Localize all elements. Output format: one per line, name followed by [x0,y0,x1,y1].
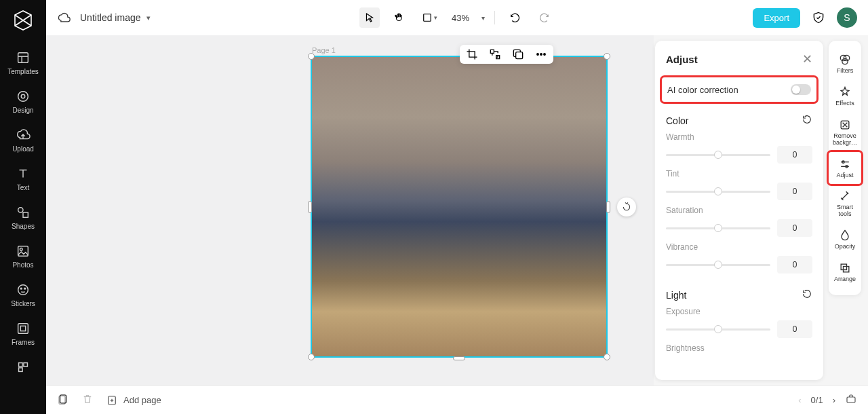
resize-handle-mb[interactable] [453,356,465,360]
bottom-right: ‹ 0/1 › [798,393,857,407]
svg-point-3 [18,92,28,102]
hand-tool-button[interactable] [389,7,410,28]
sidebar-item-upload[interactable]: Upload [0,121,46,159]
rotate-handle[interactable] [617,197,636,217]
pages-icon[interactable] [57,393,69,408]
svg-point-9 [18,285,28,295]
more-icon[interactable] [534,48,548,61]
canvas-size-button[interactable]: ▾ [419,7,439,28]
svg-rect-6 [23,212,28,217]
sidebar-item-label: Design [12,107,33,114]
page-label: Page 1 [312,46,336,54]
shield-icon[interactable] [808,7,829,28]
exposure-slider[interactable] [666,328,770,331]
zoom-level[interactable]: 43% [452,13,469,23]
warmth-value[interactable]: 0 [777,146,812,164]
sidebar-item-more[interactable] [0,353,46,381]
floating-image-toolbar [460,45,553,64]
replace-icon[interactable] [488,48,502,61]
saturation-slider-row: Saturation 0 [655,204,823,241]
saturation-slider[interactable] [666,227,770,229]
divider [494,11,495,24]
document-title[interactable]: Untitled image ▾ [80,12,151,23]
rail-item-arrange[interactable]: Arrange [829,256,861,288]
sidebar-item-design[interactable]: Design [0,82,46,121]
tint-slider-row: Tint 0 [655,168,823,204]
section-title: Color [666,115,688,126]
svg-rect-18 [516,52,523,59]
rail-item-opacity[interactable]: Opacity [829,223,861,256]
top-header: Untitled image ▾ ▾ 43% ▾ Export S [46,0,868,35]
rail-item-adjust[interactable]: Adjust [829,152,861,185]
sidebar-item-label: Upload [12,145,34,153]
sidebar-item-label: Photos [12,261,33,269]
crop-icon[interactable] [465,48,479,61]
sidebar-item-frames[interactable]: Frames [0,314,46,353]
add-page-button[interactable]: Add page [106,394,161,407]
ai-color-correction-toggle[interactable] [791,84,811,95]
resize-handle-bl[interactable] [308,354,315,360]
sidebar-item-templates[interactable]: Templates [0,43,46,82]
rail-item-smart-tools[interactable]: Smart tools [829,184,861,223]
color-section-header: Color [655,110,823,131]
reset-icon[interactable] [802,288,812,301]
rail-item-label: Adjust [836,172,853,179]
app-logo[interactable] [11,8,35,33]
trash-icon[interactable] [81,393,94,408]
add-page-label: Add page [123,395,161,405]
slider-label: Warmth [666,132,812,142]
svg-point-4 [21,94,25,98]
resize-handle-tr[interactable] [604,53,610,60]
adjust-panel: Adjust ✕ AI color correction Color Warmt… [655,41,823,380]
sidebar-item-shapes[interactable]: Shapes [0,198,46,237]
cloud-sync-icon[interactable] [57,11,71,24]
svg-point-11 [24,288,26,289]
slider-label: Tint [666,169,812,178]
undo-button[interactable] [505,7,525,28]
svg-point-8 [20,248,22,250]
light-section-header: Light [655,284,823,305]
sidebar-item-photos[interactable]: Photos [0,237,46,276]
resize-handle-ml[interactable] [308,201,312,213]
tint-slider[interactable] [666,191,770,193]
chevron-down-icon: ▾ [146,14,151,22]
warmth-slider[interactable] [666,154,770,156]
user-avatar[interactable]: S [837,7,857,28]
close-icon[interactable]: ✕ [802,52,812,67]
duplicate-icon[interactable] [511,48,525,61]
bottom-left: Add page [57,393,161,408]
canvas-area: Page 1 [46,35,654,385]
selected-image[interactable] [311,56,608,358]
svg-rect-17 [423,14,431,22]
sidebar-item-text[interactable]: Text [0,159,46,198]
vibrance-value[interactable]: 0 [777,256,812,274]
briefcase-icon[interactable] [845,393,857,407]
next-page-button[interactable]: › [833,395,835,405]
reset-icon[interactable] [802,114,812,127]
rail-item-label: Smart tools [830,204,860,218]
header-right: Export S [753,7,857,28]
sidebar-item-stickers[interactable]: Stickers [0,276,46,314]
saturation-value[interactable]: 0 [777,219,812,237]
svg-rect-12 [18,324,28,334]
resize-handle-mr[interactable] [606,201,610,213]
vibrance-slider[interactable] [666,264,770,266]
rail-item-remove-bg[interactable]: Remove backgr… [829,113,861,152]
sidebar-item-label: Stickers [11,300,35,307]
prev-page-button[interactable]: ‹ [798,395,801,405]
export-button[interactable]: Export [753,8,800,28]
rail-item-effects[interactable]: Effects [829,80,861,113]
exposure-value[interactable]: 0 [777,320,812,338]
rail-item-filters[interactable]: Filters [829,48,861,80]
select-tool-button[interactable] [359,7,380,28]
sidebar-item-label: Text [17,184,29,191]
warmth-slider-row: Warmth 0 [655,131,823,168]
svg-point-5 [18,208,23,212]
chevron-down-icon: ▾ [434,14,437,21]
svg-point-20 [540,54,542,56]
resize-handle-tl[interactable] [308,53,315,60]
resize-handle-br[interactable] [604,354,610,360]
tint-value[interactable]: 0 [777,183,812,200]
redo-button[interactable] [534,7,555,28]
chevron-down-icon[interactable]: ▾ [481,14,485,22]
